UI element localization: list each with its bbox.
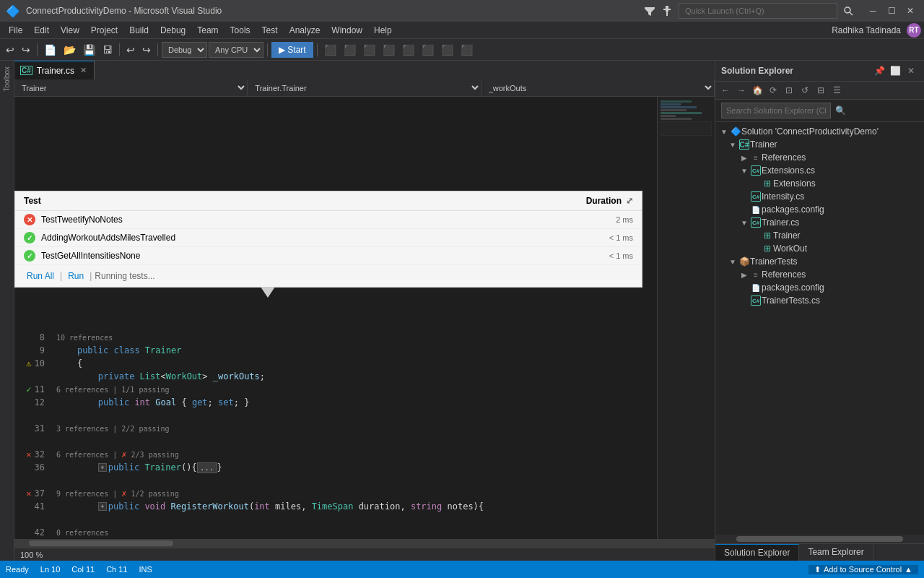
run-button[interactable]: Run xyxy=(65,269,87,282)
se-forward-button[interactable]: → xyxy=(734,83,749,98)
trainer-expand-icon[interactable]: ▼ xyxy=(727,139,738,150)
variable-dropdown[interactable]: _workOuts xyxy=(481,79,715,96)
solution-expand-icon[interactable]: ▼ xyxy=(718,126,730,137)
run-all-button[interactable]: Run All xyxy=(24,269,57,282)
tree-extensions-cs[interactable]: ▼ C# Extensions.cs xyxy=(715,164,924,177)
se-home-button[interactable]: 🏠 xyxy=(750,83,764,98)
toolbox-label[interactable]: Toolbox xyxy=(3,64,11,94)
tree-workout-member[interactable]: ⊞ WorkOut xyxy=(715,242,924,255)
minimize-button[interactable]: ─ xyxy=(865,3,881,19)
toolbar-btn4[interactable]: ⬛ xyxy=(380,41,398,59)
toolbar-btn3[interactable]: ⬛ xyxy=(360,41,378,59)
tab-solution-explorer[interactable]: Solution Explorer xyxy=(715,544,799,561)
solution-label: Solution 'ConnectProductivityDemo' xyxy=(741,126,879,137)
test-duration-0: 2 ms xyxy=(616,215,633,224)
test-row-2[interactable]: ✓ TestGetAllIntensitiesNone < 1 ms xyxy=(15,247,642,265)
tree-intensity-cs[interactable]: C# Intensity.cs xyxy=(715,190,924,203)
trainer-cs-expand-icon[interactable]: ▼ xyxy=(738,217,750,228)
toolbar-btn1[interactable]: ⬛ xyxy=(321,41,339,59)
tree-trainer-member[interactable]: ⊞ Trainer xyxy=(715,229,924,242)
class-dropdown[interactable]: Trainer xyxy=(14,79,248,96)
se-sync-button[interactable]: ⟳ xyxy=(766,83,780,98)
platform-dropdown[interactable]: Any CPU xyxy=(209,42,263,58)
expand-icon[interactable]: ⤢ xyxy=(626,196,633,206)
se-scrollbar[interactable] xyxy=(715,535,924,543)
se-filter-button[interactable]: ⊡ xyxy=(782,83,796,98)
packages-config-icon-2: 📄 xyxy=(750,282,762,293)
maximize-button[interactable]: ☐ xyxy=(884,3,899,19)
tree-packages-config-2[interactable]: 📄 packages.config xyxy=(715,281,924,294)
trainertests-proj-icon: 📦 xyxy=(738,256,750,267)
menu-build[interactable]: Build xyxy=(123,24,154,37)
back-button[interactable]: ↩ xyxy=(3,41,17,59)
toolbar-btn5[interactable]: ⬛ xyxy=(399,41,417,59)
menu-analyze[interactable]: Analyze xyxy=(284,24,326,37)
scrollbar-thumb[interactable] xyxy=(29,540,173,546)
intensity-cs-label: Intensity.cs xyxy=(762,191,804,202)
menu-file[interactable]: File xyxy=(3,24,28,37)
tab-trainer-cs[interactable]: C# Trainer.cs ✕ xyxy=(14,61,95,79)
se-back-button[interactable]: ← xyxy=(718,83,733,98)
trainertests-expand-icon[interactable]: ▼ xyxy=(727,256,738,267)
expand-btn-32[interactable]: + xyxy=(98,463,107,472)
tree-solution-root[interactable]: ▼ 🔷 Solution 'ConnectProductivityDemo' xyxy=(715,125,924,138)
save-all-button[interactable]: 🖫 xyxy=(100,41,116,59)
se-scrollbar-thumb[interactable] xyxy=(736,536,903,542)
line-ref3 xyxy=(14,435,51,448)
toolbar-btn2[interactable]: ⬛ xyxy=(341,41,359,59)
toolbar-btn7[interactable]: ⬛ xyxy=(438,41,456,59)
tree-trainertests-cs[interactable]: C# TrainerTests.cs xyxy=(715,294,924,307)
test-row-0[interactable]: ✕ TestTweetifyNoNotes 2 ms xyxy=(15,211,642,229)
redo-button[interactable]: ↪ xyxy=(139,41,154,59)
menu-team[interactable]: Team xyxy=(191,24,224,37)
tree-trainer-project[interactable]: ▼ C# Trainer xyxy=(715,138,924,151)
tab-close-button[interactable]: ✕ xyxy=(79,66,88,75)
tree-references-2[interactable]: ▶ ≡ References xyxy=(715,268,924,281)
intensity-expand-icon[interactable] xyxy=(738,191,750,202)
tree-extensions-member[interactable]: ⊞ Extensions xyxy=(715,177,924,190)
ref-expand-icon[interactable]: ▶ xyxy=(738,152,750,163)
se-maximize-button[interactable]: ⬜ xyxy=(888,64,902,78)
window-controls: ─ ☐ ✕ xyxy=(865,3,918,19)
zoom-level[interactable]: 100 % xyxy=(20,551,43,559)
menu-debug[interactable]: Debug xyxy=(154,24,191,37)
se-collapse-button[interactable]: ⊟ xyxy=(814,83,828,98)
quick-launch-input[interactable] xyxy=(679,3,837,19)
menu-view[interactable]: View xyxy=(55,24,85,37)
se-tree: ▼ 🔷 Solution 'ConnectProductivityDemo' ▼… xyxy=(715,122,924,535)
tab-team-explorer[interactable]: Team Explorer xyxy=(799,544,873,561)
undo-button[interactable]: ↩ xyxy=(123,41,138,59)
menu-project[interactable]: Project xyxy=(85,24,123,37)
close-button[interactable]: ✕ xyxy=(902,3,918,19)
se-props-button[interactable]: ☰ xyxy=(829,83,844,98)
test-row-1[interactable]: ✓ AddingWorkoutAddsMilesTravelled < 1 ms xyxy=(15,229,642,247)
debug-config-dropdown[interactable]: Debug xyxy=(162,42,207,58)
expand-btn-37[interactable]: + xyxy=(98,502,107,511)
toolbar-btn6[interactable]: ⬛ xyxy=(419,41,437,59)
menu-help[interactable]: Help xyxy=(368,24,398,37)
se-pin-button[interactable]: 📌 xyxy=(872,64,886,78)
menu-window[interactable]: Window xyxy=(326,24,368,37)
new-file-button[interactable]: 📄 xyxy=(41,41,59,59)
se-close-button[interactable]: ✕ xyxy=(904,64,918,78)
start-button[interactable]: ▶ Start xyxy=(271,42,313,58)
member-dropdown[interactable]: Trainer.Trainer xyxy=(248,79,481,96)
save-button[interactable]: 💾 xyxy=(80,41,98,59)
horizontal-scrollbar[interactable] xyxy=(14,539,715,548)
menu-test[interactable]: Test xyxy=(256,24,284,37)
se-search-input[interactable] xyxy=(721,103,831,118)
open-file-button[interactable]: 📂 xyxy=(61,41,79,59)
forward-button[interactable]: ↪ xyxy=(19,41,33,59)
extensions-expand-icon[interactable]: ▼ xyxy=(738,165,750,176)
toolbar-btn8[interactable]: ⬛ xyxy=(458,41,476,59)
se-search-button[interactable]: 🔍 xyxy=(833,103,847,118)
tree-trainertests-project[interactable]: ▼ 📦 TrainerTests xyxy=(715,255,924,268)
ref2-expand-icon[interactable]: ▶ xyxy=(738,269,750,280)
se-refresh-button[interactable]: ↺ xyxy=(798,83,812,98)
tree-packages-config-1[interactable]: 📄 packages.config xyxy=(715,203,924,216)
menu-tools[interactable]: Tools xyxy=(225,24,256,37)
tree-trainer-cs[interactable]: ▼ C# Trainer.cs xyxy=(715,216,924,229)
tree-references-1[interactable]: ▶ ≡ References xyxy=(715,151,924,164)
menu-edit[interactable]: Edit xyxy=(28,24,55,37)
add-to-source-control-button[interactable]: ⬆ Add to Source Control ▲ xyxy=(808,565,918,574)
